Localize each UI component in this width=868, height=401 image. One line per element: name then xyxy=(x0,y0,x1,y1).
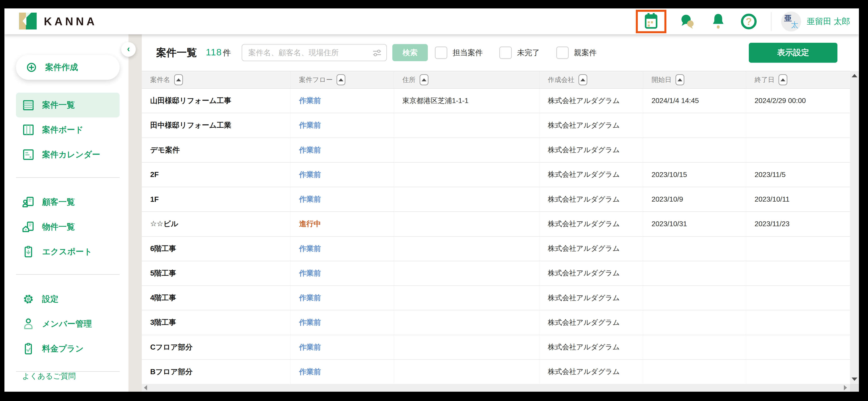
filter-checkbox-3[interactable]: 親案件 xyxy=(556,47,597,59)
sidebar-item-settings[interactable]: 設定 xyxy=(16,287,120,311)
table-row[interactable]: 6階工事作業前株式会社アルダグラム xyxy=(142,237,850,261)
sidebar-collapse-button[interactable]: ‹ xyxy=(121,42,136,57)
sidebar-item-label: 案件ボード xyxy=(42,124,84,135)
cell-end-date: 2024/2/29 00:00 xyxy=(746,89,850,113)
user-avatar[interactable]: 亜 太 xyxy=(781,11,801,31)
table-row[interactable]: 1F作業前株式会社アルダグラム2023/10/92023/10/11 xyxy=(142,187,850,212)
table-row[interactable]: 4階工事作業前株式会社アルダグラム xyxy=(142,286,850,310)
cell-project-name: 6階工事 xyxy=(142,237,291,261)
sidebar-item-projects-calendar[interactable]: 案件カレンダー xyxy=(16,142,120,167)
display-settings-button[interactable]: 表示設定 xyxy=(749,43,837,63)
schedule-calendar-highlight[interactable] xyxy=(636,10,666,33)
horizontal-scrollbar[interactable] xyxy=(142,384,850,392)
table-row[interactable]: 山田様邸リフォーム工事作業前東京都港区芝浦1-1-1株式会社アルダグラム2024… xyxy=(142,89,850,113)
table-row[interactable]: ☆☆ビル進行中株式会社アルダグラム2023/10/312023/11/23 xyxy=(142,212,850,237)
kanna-logo-icon xyxy=(18,12,38,30)
cell-company: 株式会社アルダグラム xyxy=(539,138,643,162)
scroll-left-arrow-icon[interactable] xyxy=(144,385,147,390)
cell-project-flow: 作業前 xyxy=(291,261,394,285)
sidebar-item-properties[interactable]: 物件一覧 xyxy=(16,214,120,239)
checkbox[interactable] xyxy=(435,47,447,59)
sort-button[interactable] xyxy=(337,74,345,85)
scrollbar-corner xyxy=(850,384,859,392)
kanna-logo[interactable]: KANNA xyxy=(18,12,97,30)
table-row[interactable]: Cフロア部分作業前株式会社アルダグラム xyxy=(142,335,850,360)
sidebar-item-label: 案件カレンダー xyxy=(42,149,100,160)
table-row[interactable]: 田中様邸リフォーム工業作業前株式会社アルダグラム xyxy=(142,113,850,138)
scroll-up-arrow-icon[interactable] xyxy=(851,74,857,77)
cell-company: 株式会社アルダグラム xyxy=(539,360,643,384)
cell-project-name: 田中様邸リフォーム工業 xyxy=(142,113,291,137)
checkbox-label: 担当案件 xyxy=(453,48,483,58)
cell-end-date: 2023/11/5 xyxy=(746,163,850,187)
table-row[interactable]: 5階工事作業前株式会社アルダグラム xyxy=(142,261,850,286)
sidebar-item-label: 物件一覧 xyxy=(42,221,75,233)
cell-start-date xyxy=(643,360,746,384)
user-name[interactable]: 亜留田 太郎 xyxy=(807,16,850,27)
property-icon xyxy=(22,220,35,234)
filter-checkbox-1[interactable]: 担当案件 xyxy=(435,47,483,59)
checkbox[interactable] xyxy=(499,47,512,59)
cell-start-date: 2024/1/4 14:45 xyxy=(643,89,746,113)
sidebar-item-members[interactable]: メンバー管理 xyxy=(16,311,120,336)
search-box xyxy=(242,44,387,61)
table-row[interactable]: デモ案件作業前株式会社アルダグラム xyxy=(142,138,850,163)
cell-company: 株式会社アルダグラム xyxy=(539,237,643,261)
filter-icon[interactable] xyxy=(372,48,382,59)
table-row[interactable]: Bフロア部分作業前株式会社アルダグラム xyxy=(142,360,850,384)
export-icon xyxy=(22,245,35,258)
cell-project-flow: 進行中 xyxy=(291,212,394,236)
cell-address xyxy=(394,163,539,187)
table-row[interactable]: 3階工事作業前株式会社アルダグラム xyxy=(142,310,850,335)
cell-address xyxy=(394,138,539,162)
sort-button[interactable] xyxy=(778,74,787,85)
sidebar-item-projects-list[interactable]: 案件一覧 xyxy=(16,93,120,117)
sort-button[interactable] xyxy=(174,74,183,85)
sidebar-item-plan[interactable]: 料金プラン xyxy=(16,336,120,361)
bell-icon[interactable] xyxy=(708,11,729,32)
chat-icon[interactable] xyxy=(677,11,698,32)
projects-table: 案件名案件フロー住所作成会社開始日終了日山田様邸リフォーム工事作業前東京都港区芝… xyxy=(142,71,850,384)
search-button[interactable]: 検索 xyxy=(392,44,428,61)
cell-project-name: デモ案件 xyxy=(142,138,291,162)
avatar-char-top: 亜 xyxy=(784,13,792,24)
vertical-scrollbar[interactable] xyxy=(850,71,859,384)
sidebar-item-export[interactable]: エクスポート xyxy=(16,239,120,264)
search-input[interactable] xyxy=(242,44,387,61)
column-header-label: 作成会社 xyxy=(548,75,575,84)
sort-button[interactable] xyxy=(579,74,587,85)
sidebar-divider xyxy=(16,274,120,275)
calendar-icon xyxy=(644,13,658,30)
cell-end-date xyxy=(746,335,850,359)
cell-address xyxy=(394,261,539,285)
cell-project-name: 1F xyxy=(142,187,291,211)
cell-project-name: 3階工事 xyxy=(142,310,291,335)
checkbox[interactable] xyxy=(556,47,569,59)
sort-button[interactable] xyxy=(676,74,684,85)
cell-end-date xyxy=(746,286,850,310)
filter-checkbox-2[interactable]: 未完了 xyxy=(499,47,540,59)
table-row[interactable]: 2F作業前株式会社アルダグラム2023/10/152023/11/5 xyxy=(142,163,850,187)
cell-project-flow: 作業前 xyxy=(291,310,394,335)
scroll-down-arrow-icon[interactable] xyxy=(851,377,857,381)
create-project-button[interactable]: 案件作成 xyxy=(16,55,120,80)
scroll-right-arrow-icon[interactable] xyxy=(844,385,847,390)
cell-start-date xyxy=(643,261,746,285)
avatar-char-bottom: 太 xyxy=(791,20,799,30)
svg-text:?: ? xyxy=(746,16,752,27)
sort-button[interactable] xyxy=(420,74,429,85)
cell-start-date xyxy=(643,310,746,335)
cell-end-date: 2023/11/23 xyxy=(746,212,850,236)
sort-ascending-icon xyxy=(581,79,585,81)
faq-link[interactable]: よくあるご質問 xyxy=(22,371,76,381)
app-window: KANNA xyxy=(4,8,859,392)
cell-project-name: 山田様邸リフォーム工事 xyxy=(142,89,291,113)
help-icon[interactable]: ? xyxy=(738,11,760,32)
sidebar-item-projects-board[interactable]: 案件ボード xyxy=(16,117,120,142)
sidebar-item-customers[interactable]: 顧客一覧 xyxy=(16,190,120,214)
appbar-actions: ? 亜 太 亜留田 太郎 xyxy=(636,10,850,33)
cell-address xyxy=(394,113,539,137)
page-title: 案件一覧 xyxy=(156,46,197,60)
cell-company: 株式会社アルダグラム xyxy=(539,89,643,113)
sidebar-item-label: 顧客一覧 xyxy=(42,196,75,208)
